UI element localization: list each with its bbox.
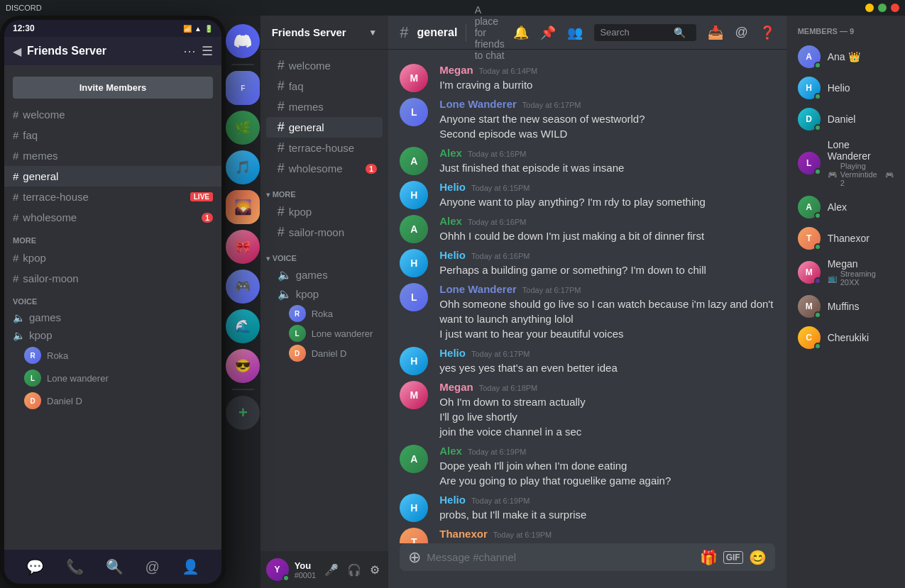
mobile-voice-member-roka[interactable]: R Roka xyxy=(4,344,221,367)
mobile-channel-memes[interactable]: # memes xyxy=(4,145,221,166)
message-author[interactable]: Helio xyxy=(439,347,466,359)
search-box[interactable]: 🔍 xyxy=(594,24,696,41)
mobile-search-icon[interactable]: 🔍 xyxy=(106,558,124,575)
voice-section-header[interactable]: ▾ VOICE xyxy=(260,243,389,265)
mobile-channel-terrace[interactable]: # terrace-house LIVE xyxy=(4,187,221,207)
mobile-channel-faq[interactable]: # faq xyxy=(4,125,221,145)
server-icon-s8[interactable]: 😎 xyxy=(226,349,260,383)
message-input[interactable] xyxy=(427,543,693,571)
mobile-voice-member-daniel[interactable]: D Daniel D xyxy=(4,389,221,412)
mobile-channel-kpop[interactable]: # kpop xyxy=(4,248,221,268)
avatar[interactable]: A xyxy=(400,215,428,243)
close-button[interactable] xyxy=(891,4,899,12)
message-author[interactable]: Alex xyxy=(439,147,462,159)
sidebar-item-faq[interactable]: # faq xyxy=(266,76,383,96)
mobile-menu-icon[interactable]: ☰ xyxy=(202,43,213,59)
message-author[interactable]: Helio xyxy=(439,249,466,261)
minimize-button[interactable] xyxy=(865,4,874,12)
mobile-voice-member-lone[interactable]: L Lone wanderer xyxy=(4,367,221,389)
mobile-back-icon[interactable]: ◀ xyxy=(13,45,21,58)
inbox-icon[interactable]: 📥 xyxy=(708,25,723,40)
voice-member-daniel[interactable]: D Daniel D xyxy=(266,343,383,363)
gift-icon[interactable]: 🎁 xyxy=(700,549,718,566)
avatar[interactable]: H xyxy=(400,494,428,522)
add-file-button[interactable]: ⊕ xyxy=(408,548,421,567)
add-server-button[interactable]: + xyxy=(226,396,260,430)
mobile-more-icon[interactable]: ⋯ xyxy=(183,43,196,59)
avatar[interactable]: A xyxy=(400,445,428,473)
avatar[interactable]: H xyxy=(400,181,428,209)
avatar[interactable]: M xyxy=(400,381,428,409)
server-icon-s5[interactable]: 🎀 xyxy=(226,230,260,264)
member-item-ana[interactable]: A Ana 👑 xyxy=(792,41,899,72)
server-icon-discord[interactable] xyxy=(226,24,260,58)
mobile-channel-welcome[interactable]: # welcome xyxy=(4,104,221,125)
mobile-invite-button[interactable]: Invite Members xyxy=(13,77,213,99)
sidebar-item-wholesome[interactable]: # wholesome 1 xyxy=(266,158,383,179)
sidebar-item-welcome[interactable]: # welcome xyxy=(266,55,383,76)
server-icon-s4[interactable]: 🌄 xyxy=(226,190,260,224)
avatar[interactable]: M xyxy=(400,64,428,92)
mute-icon[interactable]: 🎤 xyxy=(322,560,341,579)
mobile-channel-general[interactable]: # general xyxy=(4,166,221,187)
sidebar-item-kpop[interactable]: # kpop xyxy=(266,201,383,222)
settings-icon[interactable]: ⚙ xyxy=(367,560,383,579)
mobile-channel-wholesome[interactable]: # wholesome 1 xyxy=(4,207,221,228)
mobile-chat-icon[interactable]: 💬 xyxy=(26,558,44,575)
member-item-megan[interactable]: M Megan 📺 Streaming 20XX xyxy=(792,254,899,291)
window-controls[interactable] xyxy=(865,4,899,12)
mobile-voice-kpop[interactable]: 🔈 kpop xyxy=(4,326,221,344)
message-author[interactable]: Alex xyxy=(439,215,462,227)
voice-member-lone[interactable]: L Lone wanderer xyxy=(266,323,383,343)
search-input[interactable] xyxy=(600,27,671,38)
sidebar-item-general[interactable]: # general xyxy=(266,117,383,138)
notification-bell-icon[interactable]: 🔔 xyxy=(513,25,529,40)
avatar[interactable]: H xyxy=(400,347,428,375)
member-item-alex[interactable]: A Alex xyxy=(792,192,899,223)
avatar[interactable]: L xyxy=(400,283,428,311)
member-item-helio[interactable]: H Helio xyxy=(792,72,899,104)
voice-channel-games[interactable]: 🔈 games xyxy=(266,265,383,284)
message-author[interactable]: Helio xyxy=(439,494,466,506)
sidebar-item-sailor-moon[interactable]: # sailor-moon xyxy=(266,222,383,243)
mobile-voice-games[interactable]: 🔈 games xyxy=(4,309,221,326)
avatar[interactable]: T xyxy=(400,528,428,543)
sidebar-item-memes[interactable]: # memes xyxy=(266,96,383,117)
message-author[interactable]: Helio xyxy=(439,181,466,193)
chat-input-box[interactable]: ⊕ 🎁 GIF 😊 xyxy=(400,543,774,571)
message-author[interactable]: Lone Wanderer xyxy=(439,283,517,295)
member-item-thanexor[interactable]: T Thanexor xyxy=(792,223,899,254)
mobile-profile-icon[interactable]: 👤 xyxy=(182,558,199,575)
avatar[interactable]: A xyxy=(400,147,428,175)
message-author[interactable]: Thanexor xyxy=(439,528,488,540)
gif-icon[interactable]: GIF xyxy=(723,551,743,564)
mobile-mention-icon[interactable]: @ xyxy=(146,559,160,575)
maximize-button[interactable] xyxy=(878,4,887,12)
avatar[interactable]: L xyxy=(400,98,428,126)
voice-member-roka[interactable]: R Roka xyxy=(266,304,383,323)
emoji-icon[interactable]: 😊 xyxy=(749,549,767,566)
message-author[interactable]: Lone Wanderer xyxy=(439,98,517,110)
server-icon-s7[interactable]: 🌊 xyxy=(226,309,260,343)
message-author[interactable]: Alex xyxy=(439,445,462,457)
deafen-icon[interactable]: 🎧 xyxy=(344,560,364,579)
mobile-channel-sailor-moon[interactable]: # sailor-moon xyxy=(4,268,221,289)
help-icon[interactable]: ❓ xyxy=(759,25,775,40)
message-author[interactable]: Megan xyxy=(439,381,473,393)
mobile-call-icon[interactable]: 📞 xyxy=(66,558,84,575)
server-icon-friends[interactable]: F xyxy=(226,71,260,105)
server-icon-s6[interactable]: 🎮 xyxy=(226,270,260,304)
avatar[interactable]: H xyxy=(400,249,428,277)
sidebar-item-terrace-house[interactable]: # terrace-house xyxy=(266,138,383,158)
member-item-daniel[interactable]: D Daniel xyxy=(792,104,899,135)
pin-icon[interactable]: 📌 xyxy=(540,25,556,40)
voice-channel-kpop[interactable]: 🔈 kpop xyxy=(266,284,383,304)
member-item-cherukiki[interactable]: C Cherukiki xyxy=(792,322,899,353)
server-icon-s3[interactable]: 🎵 xyxy=(226,150,260,184)
server-icon-s2[interactable]: 🌿 xyxy=(226,111,260,145)
more-section-header[interactable]: ▾ MORE xyxy=(260,179,389,201)
mention-icon[interactable]: @ xyxy=(735,25,747,40)
message-author[interactable]: Megan xyxy=(439,64,473,76)
member-item-lone-wanderer[interactable]: L Lone Wanderer 🎮 Playing Vermintide 2 🎮 xyxy=(792,135,899,192)
members-list-icon[interactable]: 👥 xyxy=(567,25,583,40)
